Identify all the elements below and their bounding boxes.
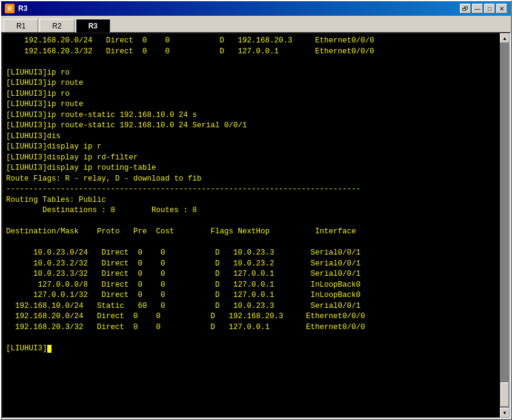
title-bar-buttons: 🗗 — □ ✕: [460, 4, 507, 13]
scroll-up-button[interactable]: ▲: [500, 33, 510, 43]
minimize-button[interactable]: —: [472, 4, 483, 13]
title-bar: R R3 🗗 — □ ✕: [1, 1, 511, 16]
tab-r3[interactable]: R3: [76, 19, 110, 33]
scroll-down-button[interactable]: ▼: [500, 408, 510, 418]
scrollbar: ▲ ▼: [500, 33, 510, 418]
cursor: [47, 345, 52, 353]
tab-bar: R1 R2 R3: [1, 16, 511, 32]
app-icon: R: [5, 4, 15, 13]
terminal-container: 192.168.20.0/24 Direct 0 0 D 192.168.20.…: [1, 32, 511, 419]
scrollbar-track[interactable]: [500, 43, 510, 408]
scrollbar-thumb[interactable]: [500, 382, 509, 407]
tab-r2[interactable]: R2: [39, 19, 74, 33]
restore-button[interactable]: 🗗: [460, 4, 471, 13]
main-window: R R3 🗗 — □ ✕ R1 R2 R3 192.168.20.0/24 Di…: [0, 0, 512, 420]
terminal-output[interactable]: 192.168.20.0/24 Direct 0 0 D 192.168.20.…: [2, 33, 500, 418]
close-button[interactable]: ✕: [496, 4, 507, 13]
tab-r1[interactable]: R1: [4, 19, 38, 33]
maximize-button[interactable]: □: [484, 4, 495, 13]
title-bar-left: R R3: [5, 4, 27, 13]
window-title: R3: [18, 4, 27, 13]
